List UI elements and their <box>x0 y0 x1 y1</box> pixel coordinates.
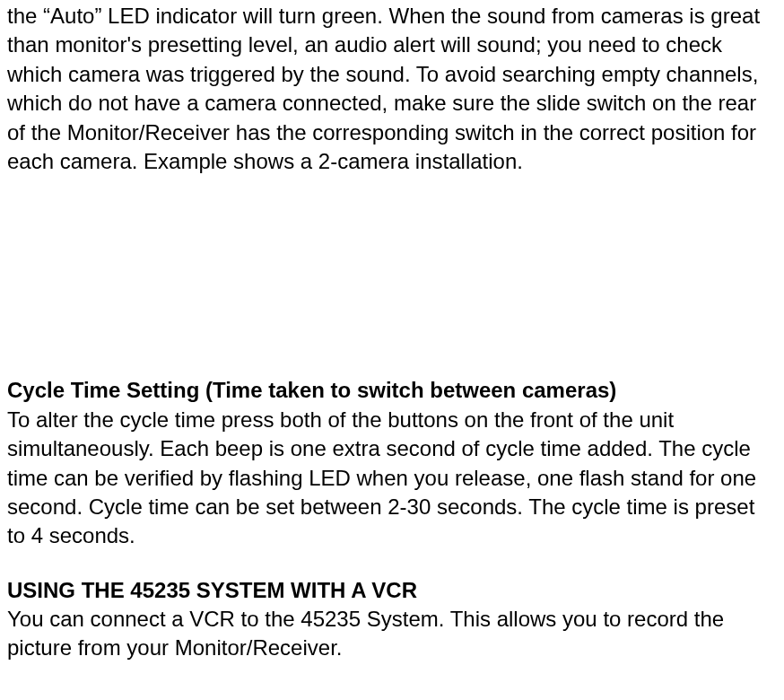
intro-text: the “Auto” LED indicator will turn green… <box>7 4 760 173</box>
vcr-text: You can connect a VCR to the 45235 Syste… <box>7 607 724 660</box>
cycle-time-heading: Cycle Time Setting (Time taken to switch… <box>7 378 616 402</box>
image-placeholder-gap <box>7 201 777 376</box>
intro-paragraph: the “Auto” LED indicator will turn green… <box>7 2 777 176</box>
vcr-section: USING THE 45235 SYSTEM WITH A VCR You ca… <box>7 576 777 663</box>
cycle-time-section: Cycle Time Setting (Time taken to switch… <box>7 376 777 550</box>
cycle-time-text: To alter the cycle time press both of th… <box>7 407 756 548</box>
section-gap <box>7 551 777 576</box>
vcr-heading: USING THE 45235 SYSTEM WITH A VCR <box>7 578 417 602</box>
